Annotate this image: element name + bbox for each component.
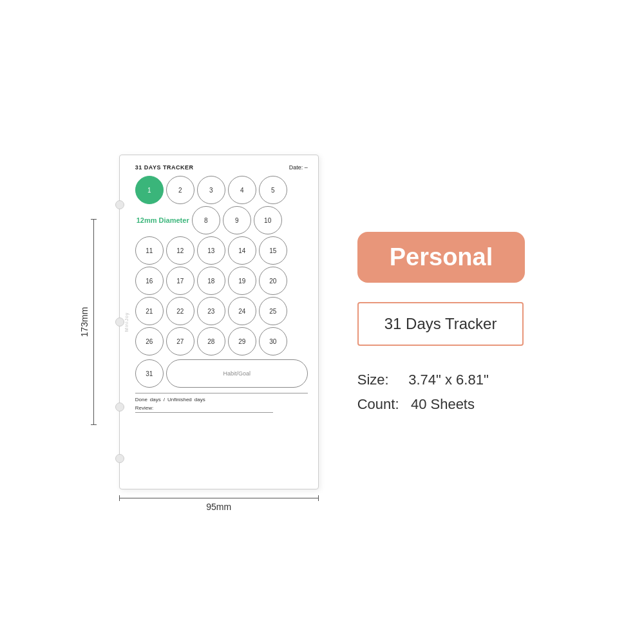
binder-hole-middle	[115, 317, 124, 327]
day-18[interactable]: 18	[197, 267, 225, 295]
day-24[interactable]: 24	[228, 297, 256, 325]
count-spec: Count: 40 Sheets	[357, 396, 489, 413]
day-23[interactable]: 23	[197, 297, 225, 325]
circles-row-3: 11 12 13 14 15	[135, 236, 308, 265]
page-title: 31 DAYS TRACKER	[135, 164, 194, 171]
day-13[interactable]: 13	[197, 236, 225, 265]
day-21[interactable]: 21	[135, 297, 164, 325]
brand-watermark: MiniJoy	[124, 312, 129, 332]
binder-hole-top	[115, 200, 124, 209]
product-name-box: 31 Days Tracker	[357, 302, 524, 346]
day-31[interactable]: 31	[135, 359, 164, 388]
day-19[interactable]: 19	[228, 267, 256, 295]
specs-section: Size: 3.74" x 6.81" Count: 40 Sheets	[357, 372, 489, 413]
circles-row-1: 1 2 3 4 5	[135, 176, 308, 204]
day-28[interactable]: 28	[197, 327, 225, 355]
day-16[interactable]: 16	[135, 267, 164, 295]
circles-row-7: 31 Habit/Goal	[135, 359, 308, 388]
notebook-page: MiniJoy 31 DAYS TRACKER Date: – 1 2 3 4 …	[119, 155, 319, 489]
day-26[interactable]: 26	[135, 327, 164, 355]
day-14[interactable]: 14	[228, 236, 256, 265]
day-8[interactable]: 8	[192, 206, 220, 234]
dimension-height: 173mm	[93, 219, 94, 425]
done-row: Done days / Unfinished days	[135, 397, 308, 402]
circles-row-4: 16 17 18 19 20	[135, 267, 308, 295]
circles-row-5: 21 22 23 24 25	[135, 297, 308, 325]
day-11[interactable]: 11	[135, 236, 164, 265]
separator-line	[135, 393, 308, 393]
dim-line-h	[119, 498, 319, 498]
day-25[interactable]: 25	[259, 297, 287, 325]
day-22[interactable]: 22	[166, 297, 194, 325]
dimension-width: 95mm	[119, 498, 319, 512]
right-section: Personal 31 Days Tracker Size: 3.74" x 6…	[357, 232, 526, 413]
day-27[interactable]: 27	[166, 327, 194, 355]
circles-row-6: 26 27 28 29 30	[135, 327, 308, 355]
personal-badge: Personal	[357, 232, 526, 283]
day-10[interactable]: 10	[254, 206, 282, 234]
day-12[interactable]: 12	[166, 236, 194, 265]
day-20[interactable]: 20	[259, 267, 287, 295]
day-1[interactable]: 1	[135, 176, 164, 204]
day-5[interactable]: 5	[259, 176, 287, 204]
day-29[interactable]: 29	[228, 327, 256, 355]
day-17[interactable]: 17	[166, 267, 194, 295]
size-spec: Size: 3.74" x 6.81"	[357, 372, 489, 388]
day-15[interactable]: 15	[259, 236, 287, 265]
review-line	[135, 412, 273, 413]
day-30[interactable]: 30	[259, 327, 287, 355]
page-date: Date: –	[289, 164, 308, 171]
circles-row-2: 12mm Diameter 8 9 10	[135, 206, 308, 234]
day-3[interactable]: 3	[197, 176, 225, 204]
day-4[interactable]: 4	[228, 176, 256, 204]
category-label: Personal	[390, 243, 493, 271]
circles-grid: 1 2 3 4 5 12mm Diameter 8 9 10 11 12	[135, 176, 308, 388]
page-bottom: Done days / Unfinished days Review:	[135, 393, 308, 413]
page-header: 31 DAYS TRACKER Date: –	[135, 164, 308, 171]
binder-hole-bottom	[115, 454, 124, 463]
binder-hole-lower	[115, 402, 124, 412]
day-9[interactable]: 9	[223, 206, 251, 234]
diameter-label: 12mm Diameter	[137, 216, 189, 224]
day-2[interactable]: 2	[166, 176, 194, 204]
habit-goal-box[interactable]: Habit/Goal	[166, 359, 308, 388]
review-row: Review:	[135, 405, 308, 413]
product-name: 31 Days Tracker	[384, 315, 497, 333]
